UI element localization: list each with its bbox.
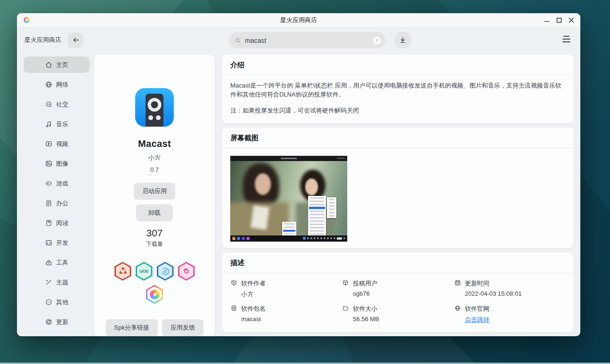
field-label: 软件官网 [465, 305, 489, 313]
sidebar-item-image[interactable]: 图像 [24, 155, 89, 172]
description-section-title: 描述 [222, 252, 574, 273]
sidebar-item-home[interactable]: 主页 [24, 57, 89, 73]
description-field: 软件大小56.56 MB [342, 305, 454, 324]
field-label: 软件大小 [353, 305, 377, 313]
close-icon[interactable] [568, 16, 575, 24]
app-feedback-button[interactable]: 应用反馈 [162, 319, 203, 336]
description-card: 描述 软件作者小方投稿用户sgb76更新时间2022-04-03 15:08:0… [222, 252, 574, 332]
sidebar-item-office[interactable]: 办公 [24, 195, 89, 211]
sidebar-item-social[interactable]: 社交 [24, 96, 89, 113]
screenshot-context-submenu [327, 197, 336, 218]
field-label: 更新时间 [465, 279, 489, 288]
sidebar-item-other[interactable]: 其他 [24, 294, 89, 310]
calendar-icon [454, 279, 461, 288]
sidebar-item-label: 图像 [56, 160, 68, 168]
description-field: 投稿用户sgb76 [342, 279, 454, 299]
sidebar-item-label: 办公 [56, 199, 68, 208]
main-area: 主页网络社交音乐视频图像游戏办公阅读开发工具主题其他更新 Macast 小方 0… [17, 53, 580, 336]
minimize-icon[interactable] [543, 16, 550, 24]
sidebar-item-games[interactable]: 游戏 [24, 175, 89, 192]
music-icon [45, 120, 53, 128]
sidebar-item-label: 其他 [56, 298, 68, 307]
intro-card: 介绍 Macast是一个跨平台的 菜单栏\状态栏 应用，用户可以使用电脑接收发送… [222, 55, 574, 123]
file-icon [230, 305, 237, 313]
sidebar-item-label: 视频 [56, 140, 68, 148]
downloads-label: 下载量 [146, 240, 163, 248]
screenshots-section-title: 屏幕截图 [222, 128, 574, 148]
sidebar-item-label: 开发 [56, 239, 68, 247]
hamburger-menu-icon[interactable] [562, 36, 570, 42]
screenshot-context-menu [282, 222, 296, 235]
back-arrow-icon [72, 36, 80, 44]
content-column: 介绍 Macast是一个跨平台的 菜单栏\状态栏 应用，用户可以使用电脑接收发送… [222, 55, 574, 332]
field-value: 56.56 MB [353, 315, 454, 323]
intro-paragraph: Macast是一个跨平台的 菜单栏\状态栏 应用，用户可以使用电脑接收发送自手机… [230, 81, 566, 99]
app-author: 小方 [148, 154, 161, 162]
maximize-icon[interactable] [555, 16, 562, 24]
debian-badge-icon [178, 262, 195, 281]
clear-search-icon[interactable]: × [373, 37, 381, 44]
image-icon [45, 160, 53, 168]
uos-badge-label: UOS [139, 269, 148, 274]
desktop: { "window": { "title": "星火应用商店" }, "icon… [0, 0, 610, 364]
description-field: 更新时间2022-04-03 15:08:01 [454, 279, 566, 299]
folder-icon [342, 305, 349, 313]
sidebar-item-label: 更新 [56, 318, 68, 326]
field-value: macast [241, 315, 342, 323]
video-icon [45, 140, 53, 148]
search-input-container: × [229, 32, 385, 49]
sidebar-item-label: 网络 [56, 81, 68, 89]
window-title: 星火应用商店 [17, 16, 580, 24]
uninstall-button[interactable]: 卸载 [136, 204, 173, 221]
spk-share-link-button[interactable]: Spk分享链接 [106, 319, 157, 336]
sidebar-item-dev[interactable]: 开发 [24, 235, 89, 251]
launch-app-button[interactable]: 启动应用 [134, 183, 175, 200]
deepin-badge-icon [157, 262, 174, 281]
description-grid: 软件作者小方投稿用户sgb76更新时间2022-04-03 15:08:01软件… [222, 273, 574, 332]
sidebar-item-video[interactable]: 视频 [24, 136, 89, 152]
sidebar-item-label: 音乐 [56, 120, 68, 129]
chat-icon [45, 100, 53, 108]
downloads-count: 307 [146, 227, 163, 239]
downloads-button[interactable] [394, 32, 411, 49]
website-link[interactable]: 点击跳转 [465, 315, 566, 324]
description-field: 软件官网点击跳转 [454, 305, 566, 324]
toolbar: 星火应用商店 × [17, 27, 580, 53]
back-button[interactable] [68, 32, 83, 48]
field-value: 小方 [241, 290, 342, 299]
app-version: 0.7 [150, 166, 159, 173]
distro-badges: UOS [110, 262, 199, 304]
sidebar-item-reading[interactable]: 阅读 [24, 215, 89, 231]
app-panel-card: Macast 小方 0.7 启动应用 卸载 307 下载量 UOS Spk分享链… [94, 55, 215, 336]
field-label: 软件作者 [241, 279, 266, 288]
field-label: 软件包名 [241, 305, 266, 313]
uos-badge-icon: UOS [136, 262, 153, 281]
ellipsis-icon [45, 298, 53, 306]
spark-badge-icon [146, 285, 163, 304]
sidebar-item-themes[interactable]: 主题 [24, 274, 89, 291]
search-input[interactable] [244, 36, 373, 45]
sidebar: 主页网络社交音乐视频图像游戏办公阅读开发工具主题其他更新 [24, 53, 89, 330]
home-icon [45, 61, 53, 69]
sidebar-item-network[interactable]: 网络 [24, 76, 89, 93]
field-label: 投稿用户 [353, 279, 377, 288]
sidebar-item-label: 主页 [56, 61, 68, 69]
screenshot-thumbnail[interactable] [230, 156, 347, 242]
gamepad-icon [45, 179, 53, 187]
sidebar-item-updates[interactable]: 更新 [24, 314, 89, 330]
sidebar-item-label: 主题 [56, 278, 68, 287]
description-field: 软件作者小方 [230, 279, 342, 299]
window-titlebar[interactable]: 星火应用商店 [17, 13, 580, 27]
intro-note: 注：如果投屏发生闪退，可尝试将硬件解码关闭 [230, 106, 566, 115]
sidebar-item-label: 游戏 [56, 179, 68, 188]
screenshots-card: 屏幕截图 [222, 128, 574, 248]
ubuntu-badge-icon [114, 262, 131, 281]
search-icon [235, 38, 241, 43]
code-icon [45, 239, 53, 247]
description-field: 软件包名macast [230, 305, 342, 324]
sidebar-item-tools[interactable]: 工具 [24, 254, 89, 271]
book-icon [45, 219, 53, 227]
sidebar-item-music[interactable]: 音乐 [24, 116, 89, 132]
document-icon [45, 199, 53, 207]
intro-section-title: 介绍 [222, 55, 574, 75]
